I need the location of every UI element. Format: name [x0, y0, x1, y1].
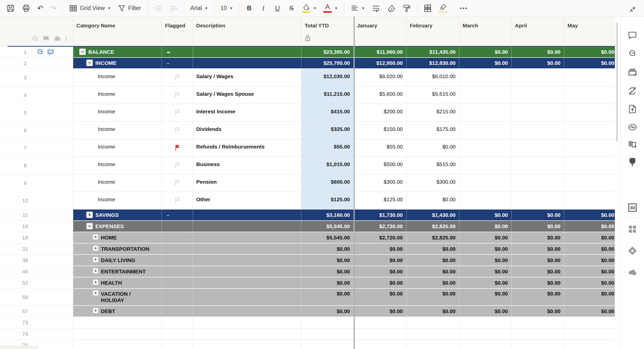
- january-cell[interactable]: $0.00: [354, 289, 407, 306]
- may-cell[interactable]: $0.00: [564, 277, 615, 289]
- table-row[interactable]: 8 Income Business $1,015.00 $500.00 $515…: [0, 157, 615, 174]
- description-cell[interactable]: Other: [193, 192, 301, 210]
- undo-button[interactable]: ↶: [35, 3, 46, 14]
- february-cell[interactable]: $0.00: [407, 192, 459, 210]
- march-cell[interactable]: $0.00: [459, 58, 512, 69]
- flag-cell[interactable]: [162, 289, 193, 306]
- font-family-select[interactable]: Arial ▼: [188, 3, 210, 13]
- description-cell[interactable]: [193, 58, 301, 69]
- briefcase-column-icon[interactable]: [54, 35, 61, 42]
- row-gutter[interactable]: 18: [0, 221, 73, 232]
- flag-cell[interactable]: [162, 221, 193, 232]
- row-toggle[interactable]: +: [86, 212, 93, 218]
- borders-button[interactable]: [421, 2, 434, 14]
- total-ytd-cell[interactable]: $0.00: [301, 243, 354, 255]
- january-cell[interactable]: [354, 340, 407, 349]
- table-row[interactable]: 19 + HOME $5,545.00 $2,720.00 $2,825.00 …: [0, 232, 615, 243]
- attachments-icon[interactable]: [627, 49, 637, 59]
- activity-log-icon[interactable]: [627, 122, 637, 132]
- row-comment-icon[interactable]: [47, 48, 54, 56]
- fill-color-button[interactable]: ▼: [300, 2, 319, 14]
- march-cell[interactable]: [459, 192, 512, 210]
- description-cell[interactable]: Business: [193, 157, 301, 174]
- january-cell[interactable]: $0.00: [354, 243, 407, 255]
- may-cell[interactable]: [564, 328, 615, 340]
- category-cell[interactable]: + DEBT: [73, 306, 162, 317]
- collapse-toolbar-button[interactable]: [626, 3, 639, 16]
- category-cell[interactable]: Income: [73, 174, 162, 192]
- row-gutter[interactable]: 19: [0, 232, 73, 243]
- description-cell[interactable]: [193, 255, 301, 266]
- total-ytd-cell[interactable]: $5,545.00: [301, 232, 354, 243]
- highlight-button[interactable]: [437, 2, 449, 14]
- march-cell[interactable]: $0.00: [459, 232, 512, 243]
- february-cell[interactable]: $215.00: [407, 104, 459, 122]
- update-requests-icon[interactable]: [627, 86, 637, 96]
- description-cell[interactable]: [193, 221, 301, 232]
- row-toggle[interactable]: +: [93, 257, 98, 262]
- row-gutter[interactable]: 4: [0, 86, 73, 104]
- strikethrough-button[interactable]: S: [286, 3, 297, 14]
- march-cell[interactable]: [459, 340, 512, 349]
- may-cell[interactable]: [564, 340, 615, 349]
- march-cell[interactable]: $0.00: [459, 221, 512, 232]
- january-cell[interactable]: $11,960.00: [354, 47, 407, 58]
- description-cell[interactable]: [193, 289, 301, 306]
- may-cell[interactable]: $0.00: [564, 210, 615, 221]
- may-cell[interactable]: $0.00: [564, 221, 615, 232]
- march-cell[interactable]: $0.00: [459, 47, 512, 58]
- premium-diamond-icon[interactable]: [627, 246, 637, 256]
- total-ytd-cell[interactable]: $125.00: [301, 192, 354, 210]
- description-cell[interactable]: Salary / Wages: [193, 69, 301, 86]
- category-cell[interactable]: − EXPENSES: [73, 221, 162, 232]
- row-gutter[interactable]: 6: [0, 122, 73, 139]
- cloud-icon[interactable]: [627, 267, 637, 277]
- apps-grid-icon[interactable]: [627, 224, 637, 234]
- category-cell[interactable]: [73, 317, 162, 328]
- table-row[interactable]: 6 Income Dividends $325.00 $150.00 $175.…: [0, 122, 615, 139]
- category-cell[interactable]: Income: [73, 86, 162, 104]
- row-gutter[interactable]: 1: [0, 47, 73, 58]
- january-cell[interactable]: $0.00: [354, 266, 407, 277]
- may-cell[interactable]: [564, 139, 615, 157]
- flag-cell[interactable]: [162, 122, 193, 139]
- description-cell[interactable]: [193, 277, 301, 289]
- may-cell[interactable]: $0.00: [564, 266, 615, 277]
- january-cell[interactable]: $2,720.00: [354, 221, 407, 232]
- may-cell[interactable]: $0.00: [564, 58, 615, 69]
- description-cell[interactable]: [193, 328, 301, 340]
- table-row[interactable]: 10 Income Other $125.00 $125.00 $0.00: [0, 192, 615, 210]
- total-ytd-cell[interactable]: $0.00: [301, 266, 354, 277]
- february-cell[interactable]: $515.00: [407, 157, 459, 174]
- row-toggle[interactable]: +: [93, 234, 98, 240]
- description-cell[interactable]: [193, 306, 301, 317]
- column-header-january[interactable]: January: [354, 17, 407, 46]
- category-cell[interactable]: Income: [73, 192, 162, 210]
- march-cell[interactable]: $0.00: [459, 255, 512, 266]
- row-gutter[interactable]: 38: [0, 255, 73, 266]
- category-cell[interactable]: + HOME: [73, 232, 162, 243]
- may-cell[interactable]: $0.00: [564, 232, 615, 243]
- february-cell[interactable]: $0.00: [407, 255, 459, 266]
- row-gutter[interactable]: 8: [0, 157, 73, 174]
- april-cell[interactable]: $0.00: [512, 266, 564, 277]
- total-ytd-cell[interactable]: $5,545.00: [301, 221, 354, 232]
- italic-button[interactable]: I: [258, 3, 269, 14]
- may-cell[interactable]: $0.00: [564, 289, 615, 306]
- april-cell[interactable]: $0.00: [512, 58, 564, 69]
- description-cell[interactable]: [193, 243, 301, 255]
- description-cell[interactable]: Dividends: [193, 122, 301, 139]
- flag-cell[interactable]: [162, 192, 193, 210]
- february-cell[interactable]: $5,615.00: [407, 86, 459, 104]
- row-gutter[interactable]: 7: [0, 139, 73, 157]
- category-cell[interactable]: Income: [73, 69, 162, 86]
- vertical-scrollbar[interactable]: [616, 23, 618, 141]
- january-cell[interactable]: $6,020.00: [354, 69, 407, 86]
- february-cell[interactable]: $0.00: [407, 277, 459, 289]
- row-gutter[interactable]: 2: [0, 58, 73, 69]
- description-cell[interactable]: [193, 266, 301, 277]
- march-cell[interactable]: [459, 157, 512, 174]
- may-cell[interactable]: $0.00: [564, 47, 615, 58]
- table-row[interactable]: 3 Income Salary / Wages $12,030.00 $6,02…: [0, 69, 615, 86]
- may-cell[interactable]: $0.00: [564, 306, 615, 317]
